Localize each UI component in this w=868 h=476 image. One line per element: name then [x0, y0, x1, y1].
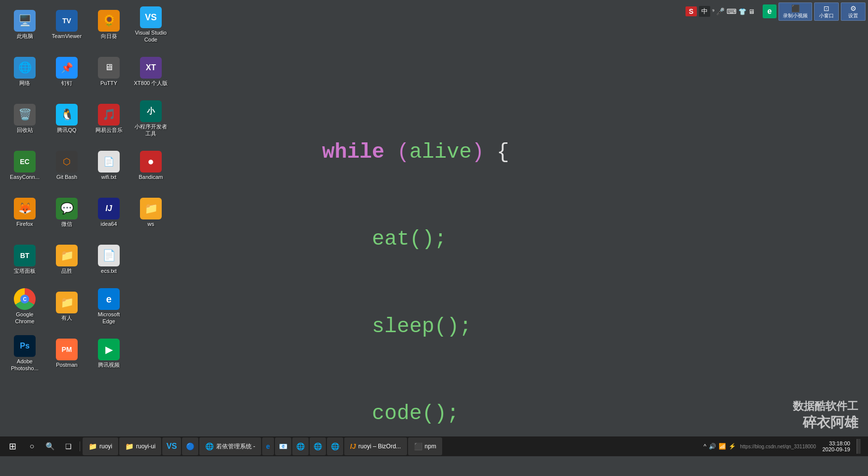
ime-icon2[interactable]: 🖥 — [748, 8, 755, 15]
taskbar-ruoyi[interactable]: 📁 ruoyi — [83, 437, 118, 455]
taskbar: ⊞ ○ 🔍 ❑ 📁 ruoyi 📁 ruoyi-ui VS 🔵 🌐 若依管理系统… — [0, 436, 868, 456]
icon-git-bash[interactable]: ⬡ Git Bash — [47, 143, 87, 188]
task-view-button[interactable]: ❑ — [60, 438, 77, 455]
tray-show-hidden[interactable]: ^ — [704, 443, 707, 450]
code-line-3: sleep(); — [247, 283, 843, 370]
code-line-1: while (alive) { — [247, 109, 843, 196]
show-desktop-btn[interactable] — [857, 439, 861, 454]
taskbar-time: 33:18:00 — [829, 440, 850, 446]
cortana-button[interactable]: 🔍 — [42, 438, 59, 455]
small-window-btn[interactable]: ⊡ 小窗口 — [814, 2, 839, 21]
taskbar-ps[interactable]: 🔵 — [182, 437, 198, 455]
ime-icon1[interactable]: 👕 — [738, 8, 746, 15]
icon-wifi-txt[interactable]: 📄 wifi.txt — [89, 143, 129, 188]
settings-btn[interactable]: ⚙ 设置 — [841, 2, 866, 21]
icon-firefox[interactable]: 🦊 Firefox — [5, 190, 45, 235]
icon-sunflower[interactable]: 🌻 向日葵 — [89, 2, 129, 47]
icon-idea64[interactable]: IJ idea64 — [89, 190, 129, 235]
taskbar-btn6[interactable]: 🌐 — [292, 437, 309, 455]
taskbar-date: 2020-09-19 — [822, 446, 850, 452]
system-tray: ^ 🔊 📶 ⚡ — [704, 443, 736, 450]
code-line-2: eat(); — [247, 196, 843, 283]
icon-xt800[interactable]: XT XT800 个人版 — [131, 49, 171, 94]
icon-vscode[interactable]: VS Visual Studio Code — [131, 2, 171, 47]
taskbar-btn5[interactable]: 📧 — [275, 437, 291, 455]
icon-putty[interactable]: 🖥 PuTTY — [89, 49, 129, 94]
taskbar-ruoyi-admin[interactable]: 🌐 若依管理系统 - — [199, 437, 261, 455]
taskbar-btn8[interactable]: 🌐 — [327, 437, 343, 455]
ime-keyboard[interactable]: ⌨ — [727, 7, 736, 15]
ime-mic[interactable]: 🎤 — [716, 7, 725, 15]
icon-pinzhi[interactable]: 📁 品胜 — [47, 237, 87, 282]
ime-num[interactable]: ⁹ — [712, 8, 714, 15]
taskbar-npm[interactable]: ⬛ npm — [408, 437, 442, 455]
icon-network[interactable]: 🌐 网络 — [5, 49, 45, 94]
watermark-line1: 数据酷软件工 — [793, 399, 858, 414]
ime-s-badge[interactable]: S — [685, 6, 697, 16]
icon-qq[interactable]: 🐧 腾讯QQ — [47, 96, 87, 141]
icon-wechat[interactable]: 💬 微信 — [47, 190, 87, 235]
top-right-bar: S 中 ⁹ 🎤 ⌨ 👕 🖥 e ⬛ 录制小视频 ⊡ 小窗口 ⚙ 设置 — [685, 2, 866, 21]
taskbar-url: https://blog.csdn.net/qn_33118000 — [740, 444, 816, 449]
icon-tencent-video[interactable]: ▶ 腾讯视频 — [89, 331, 129, 376]
icon-postman[interactable]: PM Postman — [47, 331, 87, 376]
desktop: S 中 ⁹ 🎤 ⌨ 👕 🖥 e ⬛ 录制小视频 ⊡ 小窗口 ⚙ 设置 🖥️ 此电… — [0, 0, 868, 456]
taskbar-btn7[interactable]: 🌐 — [310, 437, 326, 455]
tray-icon3[interactable]: ⚡ — [729, 443, 736, 450]
code-line-5: repeat(); — [247, 458, 843, 476]
taskbar-right: ^ 🔊 📶 ⚡ https://blog.csdn.net/qn_3311800… — [704, 439, 866, 454]
search-button[interactable]: ○ — [23, 438, 41, 455]
icon-netease-music[interactable]: 🎵 网易云音乐 — [89, 96, 129, 141]
green-edge-icon[interactable]: e — [763, 4, 777, 18]
taskbar-ruoyi-ui[interactable]: 📁 ruoyi-ui — [119, 437, 161, 455]
start-button[interactable]: ⊞ — [2, 436, 22, 456]
code-display: while (alive) { eat(); sleep(); code(); … — [247, 109, 843, 476]
icon-teamviewer[interactable]: TV TeamViewer — [47, 2, 87, 47]
record-video-btn[interactable]: ⬛ 录制小视频 — [778, 2, 812, 21]
tray-icon2[interactable]: 📶 — [719, 443, 726, 450]
icon-google-chrome[interactable]: C Google Chrome — [5, 284, 45, 329]
icon-ecs-txt[interactable]: 📄 ecs.txt — [89, 237, 129, 282]
icon-recycle[interactable]: 🗑️ 回收站 — [5, 96, 45, 141]
icon-miniprogram[interactable]: 小 小程序开发者工具 — [131, 96, 171, 141]
icon-ws[interactable]: 📁 ws — [131, 190, 171, 235]
ime-cn[interactable]: 中 — [699, 6, 710, 17]
icon-bandicam[interactable]: ● Bandicam — [131, 143, 171, 188]
icon-easyconn[interactable]: EC EasyConn... — [5, 143, 45, 188]
taskbar-edge[interactable]: e — [262, 437, 274, 455]
tray-icon1[interactable]: 🔊 — [709, 443, 716, 450]
icon-baota[interactable]: BT 宝塔面板 — [5, 237, 45, 282]
taskbar-vscode[interactable]: VS — [162, 437, 181, 455]
watermark-line2: 碎衣阿雄 — [793, 414, 858, 432]
icon-youren[interactable]: 📁 有人 — [47, 284, 87, 329]
icon-microsoft-edge[interactable]: e Microsoft Edge — [89, 284, 129, 329]
watermark: 数据酷软件工 碎衣阿雄 — [793, 399, 858, 432]
icon-this-pc[interactable]: 🖥️ 此电脑 — [5, 2, 45, 47]
taskbar-clock[interactable]: 33:18:00 2020-09-19 — [820, 440, 853, 452]
icon-dingtalk[interactable]: 📌 钉钉 — [47, 49, 87, 94]
icon-photoshop[interactable]: Ps Adobe Photosho... — [5, 331, 45, 376]
desktop-icons-grid: 🖥️ 此电脑 TV TeamViewer 🌻 向日葵 VS Visual Stu… — [5, 2, 171, 376]
taskbar-ruoyi-bizord[interactable]: IJ ruoyi – BizOrd... — [344, 437, 407, 455]
